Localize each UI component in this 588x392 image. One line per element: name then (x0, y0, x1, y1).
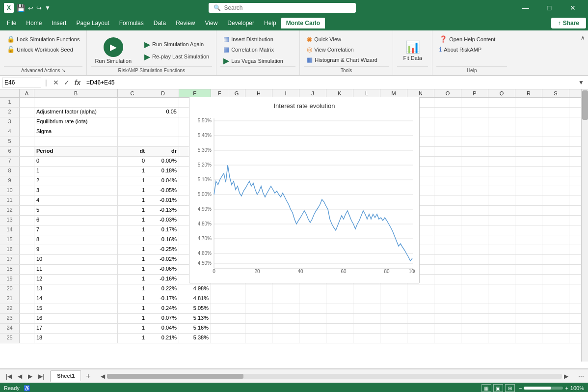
cell[interactable] (245, 284, 272, 294)
cell[interactable] (461, 167, 488, 176)
cell[interactable] (147, 137, 179, 146)
quick-view-button[interactable]: ◉ Quick View (304, 34, 344, 44)
cell[interactable]: 0.21% (147, 334, 179, 343)
cell[interactable]: 1 (118, 275, 147, 284)
cell[interactable] (20, 324, 34, 333)
col-header-R[interactable]: R (515, 89, 542, 97)
cell[interactable] (461, 324, 488, 333)
page-break-icon[interactable]: ⊞ (505, 384, 515, 392)
cell[interactable] (488, 176, 515, 186)
vertical-scrollbar[interactable] (581, 89, 588, 362)
cell[interactable] (434, 98, 461, 107)
cell[interactable] (461, 127, 488, 137)
cell[interactable] (228, 324, 245, 333)
open-help-button[interactable]: ❓ Open Help Content (436, 34, 498, 44)
col-header-C[interactable]: C (118, 89, 147, 97)
cell[interactable] (326, 324, 353, 333)
cell[interactable]: 14 (34, 294, 118, 304)
menu-home[interactable]: Home (21, 18, 47, 28)
cell[interactable] (461, 245, 488, 254)
col-header-O[interactable]: O (434, 89, 461, 97)
menu-insert[interactable]: Insert (47, 18, 71, 28)
cell[interactable]: 10 (34, 255, 118, 264)
cell[interactable] (380, 294, 407, 304)
cell[interactable] (20, 294, 34, 304)
cell[interactable]: -0.16% (147, 275, 179, 284)
undo-icon[interactable]: ↩ (28, 4, 33, 12)
cell[interactable] (434, 157, 461, 166)
cell[interactable] (542, 98, 569, 107)
cell[interactable]: 0.24% (147, 304, 179, 313)
cell[interactable] (515, 216, 542, 225)
cell[interactable] (34, 137, 118, 146)
cell[interactable] (515, 137, 542, 146)
insert-distribution-button[interactable]: ▦ Insert Distribution (220, 34, 276, 44)
fit-data-button[interactable]: 📊 Fit Data (399, 38, 426, 63)
cell[interactable]: 1 (118, 186, 147, 196)
cell[interactable] (380, 304, 407, 313)
col-header-K[interactable]: K (326, 89, 353, 97)
cell[interactable] (299, 304, 326, 313)
cell[interactable] (461, 275, 488, 284)
cell[interactable]: -0.03% (147, 216, 179, 225)
col-header-G[interactable]: G (228, 89, 245, 97)
cell[interactable] (542, 304, 569, 313)
cell[interactable] (272, 314, 299, 323)
ribbon-expand-button[interactable]: ∧ (578, 32, 588, 43)
cell[interactable] (245, 294, 272, 304)
cell[interactable]: 3 (34, 186, 118, 196)
histogram-button[interactable]: ▦ Histogram & Chart Wizard (304, 55, 380, 64)
cell[interactable]: 1 (118, 206, 147, 215)
scroll-thumb-v[interactable] (582, 90, 588, 120)
cell[interactable]: 0.04% (147, 324, 179, 333)
cell[interactable] (461, 216, 488, 225)
cell[interactable] (515, 98, 542, 107)
cell[interactable]: 5.05% (179, 304, 211, 313)
col-header-L[interactable]: L (353, 89, 380, 97)
cell[interactable] (20, 334, 34, 343)
cell[interactable] (434, 147, 461, 156)
cell[interactable] (434, 284, 461, 294)
cell[interactable] (211, 284, 228, 294)
cell[interactable] (461, 196, 488, 205)
cell[interactable] (434, 186, 461, 196)
cell[interactable] (542, 245, 569, 254)
cell[interactable] (515, 206, 542, 215)
cell[interactable] (488, 206, 515, 215)
cell[interactable]: 1 (118, 324, 147, 333)
formula-confirm-icon[interactable]: ✓ (62, 78, 72, 87)
cell[interactable] (461, 304, 488, 313)
cell[interactable] (434, 255, 461, 264)
cell[interactable] (488, 255, 515, 264)
cell[interactable]: 2 (34, 176, 118, 186)
cell[interactable] (488, 98, 515, 107)
cell[interactable] (211, 294, 228, 304)
cell[interactable] (542, 186, 569, 196)
sheet-tab-sheet1[interactable]: Sheet1 (51, 370, 81, 382)
cell[interactable] (542, 314, 569, 323)
cell[interactable] (118, 98, 147, 107)
col-header-B[interactable]: B (34, 89, 118, 97)
cell[interactable] (461, 206, 488, 215)
cell[interactable] (488, 186, 515, 196)
replay-button[interactable]: ▶ Re-play Last Simulation (141, 51, 212, 62)
cell[interactable] (20, 186, 34, 196)
cell[interactable] (434, 265, 461, 274)
cell[interactable] (461, 314, 488, 323)
cell[interactable] (272, 304, 299, 313)
cell[interactable] (515, 117, 542, 127)
cell[interactable] (461, 147, 488, 156)
cell[interactable] (353, 294, 380, 304)
cell[interactable] (542, 324, 569, 333)
cell[interactable] (407, 294, 434, 304)
col-header-S[interactable]: S (542, 89, 569, 97)
cell[interactable] (20, 147, 34, 156)
cell[interactable]: 5.13% (179, 314, 211, 323)
cell[interactable]: 13 (34, 284, 118, 294)
cell[interactable]: Equilibrium rate (iota) (34, 117, 118, 127)
cell[interactable] (515, 334, 542, 343)
cell[interactable] (434, 196, 461, 205)
sheet-nav-last[interactable]: ▶| (36, 372, 46, 381)
cell[interactable] (461, 157, 488, 166)
cell[interactable] (211, 334, 228, 343)
